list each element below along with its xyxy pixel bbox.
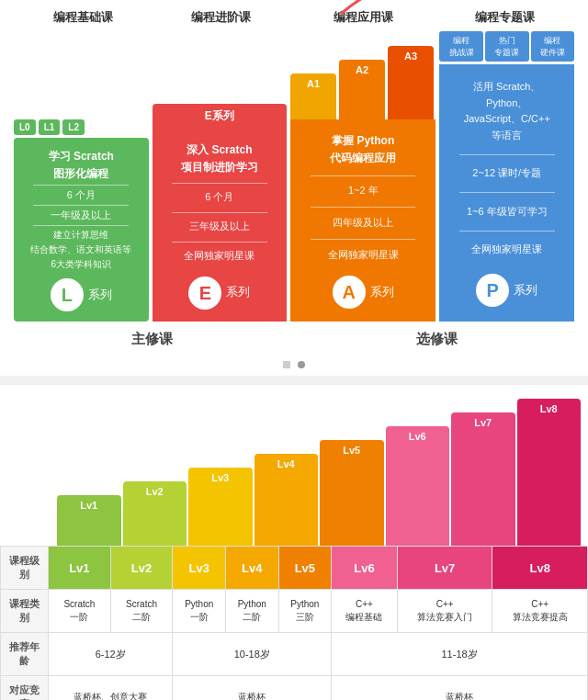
- lv2-level-cell: Lv2: [110, 547, 173, 590]
- basic-badges-row: L0 L1 L2: [14, 119, 149, 135]
- badge-l2: L2: [62, 119, 85, 135]
- cat-advanced-label: 编程进阶课: [153, 9, 291, 26]
- type-lv6: C++编程基础: [332, 590, 398, 633]
- special-badge-hot: 热门专题课: [485, 31, 529, 62]
- special-content-box: 活用 Scratch、Python、JavaScript、C/C++等语言 2~…: [439, 64, 574, 322]
- row-label-age: 推荐年龄: [1, 633, 49, 676]
- special-badges-row: 编程挑战课 热门专题课 编程硬件课: [439, 31, 574, 62]
- app-desc1: 掌握 Python代码编程应用: [330, 132, 396, 167]
- app-bars-row: A1 A2 A3: [290, 46, 435, 119]
- category-header-row: 编程基础课 编程进阶课 编程应用课 编程专题课: [9, 9, 579, 26]
- adv-series-circle: E: [188, 277, 221, 310]
- lv8-bar: Lv8: [517, 399, 582, 546]
- level-table: 课程级别 Lv1 Lv2 Lv3 Lv4 Lv5 Lv6 Lv7 Lv8 课程类…: [0, 546, 588, 700]
- basic-series-label: 系列: [88, 286, 112, 305]
- cat-app-label: 编程应用课: [290, 9, 435, 26]
- cat-special-label: 编程专题课: [435, 9, 574, 26]
- basic-content-box: 学习 Scratch图形化编程 6 个月 一年级及以上 建立计算思维结合数学、语…: [14, 138, 149, 322]
- adv-top-label: E系列: [153, 104, 288, 129]
- adv-series-row: E 系列: [188, 277, 250, 310]
- staircase-columns: L0 L1 L2 学习 Scratch图形化编程 6 个月 一年级及以上 建立计…: [9, 31, 579, 322]
- badge-l1: L1: [39, 119, 61, 135]
- lv1-bar-wrap: Lv1: [57, 495, 121, 546]
- top-section: 编程基础课 编程进阶课 编程应用课 编程专题课 L0 L1 L2 学习 Scra…: [0, 0, 588, 372]
- col-special: 编程挑战课 热门专题课 编程硬件课 活用 Scratch、Python、Java…: [439, 31, 574, 322]
- bottom-labels-row: 主修课 选修课: [9, 322, 579, 356]
- basic-series-row: L 系列: [51, 278, 112, 311]
- age-lv3-5: 10-18岁: [173, 633, 332, 676]
- lv3-bar: Lv3: [188, 468, 253, 546]
- lv3-level-cell: Lv3: [173, 547, 226, 590]
- col-basic: L0 L1 L2 学习 Scratch图形化编程 6 个月 一年级及以上 建立计…: [14, 119, 149, 322]
- basic-grade: 一年级及以上: [51, 208, 111, 224]
- row-label-level: 课程级别: [1, 547, 49, 590]
- app-content-box: 掌握 Python代码编程应用 1~2 年 四年级及以上 全网独家明星课 A 系…: [290, 119, 435, 322]
- lv6-bar: Lv6: [386, 426, 450, 546]
- basic-time: 6 个月: [67, 187, 96, 204]
- section-separator: [0, 376, 588, 385]
- special-badge-hardware: 编程硬件课: [531, 31, 575, 62]
- competition-lv3-5: 蓝桥杯: [173, 676, 332, 700]
- cat-basic-label: 编程基础课: [14, 9, 153, 26]
- adv-grade: 三年级及以上: [189, 219, 250, 235]
- special-series-circle: P: [476, 274, 509, 307]
- lv1-bar: Lv1: [57, 495, 121, 546]
- table-row-type: 课程类别 Scratch一阶 Scratch二阶 Python一阶 Python…: [1, 590, 588, 633]
- adv-series-label: 系列: [226, 283, 250, 302]
- adv-desc1: 深入 Scratch项目制进阶学习: [181, 141, 258, 176]
- special-badge-challenge: 编程挑战课: [439, 31, 483, 62]
- lv1-level-cell: Lv1: [49, 547, 111, 590]
- lv5-level-cell: Lv5: [278, 547, 332, 590]
- app-series-circle: A: [333, 276, 366, 309]
- bar-a2: A2: [339, 60, 385, 119]
- label-main-course: 主修课: [131, 331, 173, 348]
- badge-l0: L0: [14, 119, 36, 135]
- app-series-label: 系列: [370, 283, 394, 302]
- special-grade: 1~6 年级皆可学习: [467, 204, 548, 220]
- adv-content-box: 深入 Scratch项目制进阶学习 6 个月 三年级及以上 全网独家明星课 E …: [153, 129, 288, 322]
- special-extra: 全网独家明星课: [471, 242, 542, 258]
- type-lv3: Python一阶: [173, 590, 226, 633]
- level-bars-area: Lv1 Lv2 Lv3 Lv4 Lv5 Lv6 Lv7 Lv8: [0, 385, 588, 546]
- app-extra: 全网独家明星课: [328, 247, 399, 264]
- type-lv2: Scratch二阶: [110, 590, 173, 633]
- basic-series-circle: L: [51, 278, 84, 311]
- lv2-bar: Lv2: [123, 481, 187, 546]
- special-series-label: 系列: [514, 281, 537, 300]
- lv7-bar: Lv7: [451, 412, 515, 546]
- bar-a1: A1: [290, 73, 336, 119]
- lv7-level-cell: Lv7: [397, 547, 492, 590]
- type-lv5: Python三阶: [278, 590, 332, 633]
- table-row-competition: 对应竞赛 蓝桥杯、创意大赛 蓝桥杯 蓝桥杯: [1, 676, 588, 700]
- special-series-row: P 系列: [476, 274, 537, 307]
- lv3-bar-wrap: Lv3: [188, 468, 253, 546]
- type-lv1: Scratch一阶: [49, 590, 111, 633]
- lv4-bar-wrap: Lv4: [254, 454, 319, 546]
- arrow-icon: [336, 0, 410, 17]
- age-lv1-2: 6-12岁: [49, 633, 173, 676]
- special-desc1: 活用 Scratch、Python、JavaScript、C/C++等语言: [464, 79, 550, 143]
- app-series-row: A 系列: [333, 276, 394, 309]
- col-advanced: E系列 深入 Scratch项目制进阶学习 6 个月 三年级及以上 全网独家明星…: [153, 104, 288, 322]
- lv6-bar-wrap: Lv6: [386, 426, 450, 546]
- bottom-section: Lv1 Lv2 Lv3 Lv4 Lv5 Lv6 Lv7 Lv8: [0, 385, 588, 700]
- dot-indicator: [9, 356, 579, 372]
- lv5-bar-wrap: Lv5: [320, 440, 384, 546]
- lv4-level-cell: Lv4: [225, 547, 278, 590]
- bar-a3: A3: [388, 46, 434, 119]
- table-row-age: 推荐年龄 6-12岁 10-18岁 11-18岁: [1, 633, 588, 676]
- type-lv7: C++算法竞赛入门: [397, 590, 492, 633]
- lv8-bar-wrap: Lv8: [517, 399, 582, 546]
- table-row-level: 课程级别 Lv1 Lv2 Lv3 Lv4 Lv5 Lv6 Lv7 Lv8: [1, 547, 588, 590]
- lv8-level-cell: Lv8: [492, 547, 588, 590]
- age-lv6-8: 11-18岁: [332, 633, 588, 676]
- special-time: 2~12 课时/专题: [472, 165, 541, 182]
- lv6-level-cell: Lv6: [332, 547, 398, 590]
- col-app: A1 A2 A3 掌握 Python代码编程应用 1~2 年 四年级及以上 全网…: [290, 46, 435, 322]
- row-label-competition: 对应竞赛: [1, 676, 49, 700]
- adv-extra: 全网独家明星课: [184, 248, 254, 265]
- app-time: 1~2 年: [348, 183, 379, 199]
- competition-lv6-8: 蓝桥杯: [332, 676, 588, 700]
- basic-desc1: 学习 Scratch图形化编程: [49, 148, 114, 183]
- lv5-bar: Lv5: [320, 440, 384, 546]
